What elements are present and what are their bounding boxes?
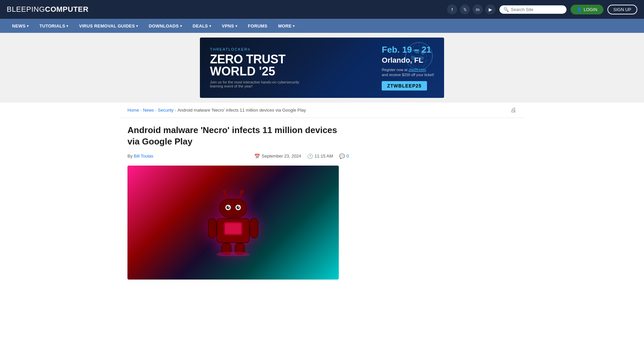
chevron-down-icon: ▾ <box>293 24 294 28</box>
ad-title-line1: ZERO TRUST <box>210 53 372 65</box>
ad-banner[interactable]: THREATLOCKER® ZERO TRUST WORLD '25 Join … <box>0 33 644 103</box>
breadcrumb-news[interactable]: News <box>143 108 154 113</box>
ad-promo-code: ZTWBLEEP25 <box>382 81 427 90</box>
chevron-down-icon: ▾ <box>209 24 211 28</box>
sidebar <box>349 118 449 286</box>
breadcrumb-sep-2: › <box>155 108 157 112</box>
site-header: BLEEPINGCOMPUTER f 𝕏 m ▶ 🔍 👤 LOGIN SIGN … <box>0 0 644 19</box>
ad-left: THREATLOCKER® ZERO TRUST WORLD '25 Join … <box>210 47 372 88</box>
nav-more-label: MORE <box>278 23 291 28</box>
chevron-down-icon: ▾ <box>27 24 29 28</box>
page-content: Android malware 'Necro' infects 11 milli… <box>121 118 523 286</box>
ad-brand: THREATLOCKER® <box>210 47 372 51</box>
main-nav: NEWS ▾ TUTORIALS ▾ VIRUS REMOVAL GUIDES … <box>0 19 644 33</box>
site-logo[interactable]: BLEEPINGCOMPUTER <box>7 5 89 14</box>
article-meta: By Bill Toulas 📅 September 23, 2024 🕐 11… <box>127 154 349 159</box>
logo-bold: COMPUTER <box>45 5 89 13</box>
signup-label: SIGN UP <box>613 7 631 12</box>
search-box: 🔍 <box>499 5 567 14</box>
logo-light: BLEEPING <box>7 5 45 13</box>
ad-title-line2: WORLD '25 <box>210 65 372 77</box>
article-time: 11:15 AM <box>315 154 333 159</box>
meta-comments[interactable]: 💬 0 <box>339 154 349 159</box>
breadcrumb-security[interactable]: Security <box>158 108 174 113</box>
svg-rect-19 <box>225 223 241 234</box>
main-content: Android malware 'Necro' infects 11 milli… <box>127 118 349 286</box>
calendar-icon: 📅 <box>254 154 260 159</box>
svg-point-16 <box>238 206 239 207</box>
breadcrumb: Home › News › Security › Android malware… <box>127 108 306 113</box>
nav-vpns[interactable]: VPNS ▾ <box>216 19 243 33</box>
svg-line-8 <box>239 192 241 199</box>
meta-time: 🕐 11:15 AM <box>307 154 333 159</box>
nav-tutorials[interactable]: TUTORIALS ▾ <box>34 19 74 33</box>
article-date: September 23, 2024 <box>262 154 301 159</box>
meta-date: 📅 September 23, 2024 <box>254 154 301 159</box>
header-right: f 𝕏 m ▶ 🔍 👤 LOGIN SIGN UP <box>447 4 637 14</box>
facebook-icon[interactable]: f <box>447 4 457 14</box>
breadcrumb-sep-1: › <box>141 108 142 112</box>
nav-downloads-label: DOWNLOADS <box>149 23 179 28</box>
svg-point-12 <box>226 206 230 209</box>
meta-author: By Bill Toulas <box>127 154 153 159</box>
article-hero-image <box>127 166 339 280</box>
nav-virus-label: VIRUS REMOVAL GUIDES <box>79 23 135 28</box>
chevron-down-icon: ▾ <box>136 24 138 28</box>
breadcrumb-sep-3: › <box>175 108 176 112</box>
nav-tutorials-label: TUTORIALS <box>40 23 65 28</box>
search-input[interactable] <box>511 7 562 12</box>
ad-subtitle: Join us for the most interactive hands-o… <box>210 80 304 88</box>
author-link[interactable]: Bill Toulas <box>134 154 153 159</box>
nav-deals-label: DEALS <box>193 23 208 28</box>
nav-virus-removal[interactable]: VIRUS REMOVAL GUIDES ▾ <box>74 19 144 33</box>
svg-point-9 <box>240 190 244 193</box>
svg-rect-10 <box>220 199 247 218</box>
ad-content: THREATLOCKER® ZERO TRUST WORLD '25 Join … <box>200 38 444 98</box>
ad-globe-image <box>404 41 434 71</box>
article-title: Android malware 'Necro' infects 11 milli… <box>127 125 349 147</box>
breadcrumb-current: Android malware 'Necro' infects 11 milli… <box>177 108 306 113</box>
nav-forums-label: FORUMS <box>248 23 267 28</box>
twitter-icon[interactable]: 𝕏 <box>460 4 470 14</box>
clock-icon: 🕐 <box>307 154 313 159</box>
comments-count: 0 <box>346 154 349 159</box>
svg-line-6 <box>225 192 227 199</box>
search-icon: 🔍 <box>503 7 509 12</box>
nav-vpns-label: VPNS <box>222 23 234 28</box>
meta-right: 📅 September 23, 2024 🕐 11:15 AM 💬 0 <box>254 154 349 159</box>
chevron-down-icon: ▾ <box>235 24 237 28</box>
chevron-down-icon: ▾ <box>66 24 68 28</box>
android-robot-svg <box>206 189 260 256</box>
signup-button[interactable]: SIGN UP <box>607 5 637 14</box>
mastodon-icon[interactable]: m <box>473 4 483 14</box>
nav-news[interactable]: NEWS ▾ <box>7 19 34 33</box>
chevron-down-icon: ▾ <box>180 24 182 28</box>
comment-icon: 💬 <box>339 154 345 159</box>
nav-forums[interactable]: FORUMS <box>243 19 273 33</box>
svg-rect-21 <box>250 219 258 238</box>
social-icons: f 𝕏 m ▶ <box>447 4 495 14</box>
svg-rect-20 <box>208 219 216 238</box>
nav-more[interactable]: MORE ▾ <box>273 19 300 33</box>
print-icon[interactable]: 🖨 <box>511 107 517 114</box>
svg-point-24 <box>216 252 250 256</box>
svg-point-7 <box>223 190 226 193</box>
login-label: LOGIN <box>584 7 597 12</box>
nav-news-label: NEWS <box>12 23 25 28</box>
login-button[interactable]: 👤 LOGIN <box>571 5 603 14</box>
breadcrumb-section: Home › News › Security › Android malware… <box>121 103 523 118</box>
nav-downloads[interactable]: DOWNLOADS ▾ <box>144 19 187 33</box>
svg-point-14 <box>236 206 240 209</box>
breadcrumb-home[interactable]: Home <box>127 108 139 113</box>
user-icon: 👤 <box>577 7 582 12</box>
youtube-icon[interactable]: ▶ <box>485 4 495 14</box>
svg-point-15 <box>228 206 229 207</box>
nav-deals[interactable]: DEALS ▾ <box>187 19 216 33</box>
